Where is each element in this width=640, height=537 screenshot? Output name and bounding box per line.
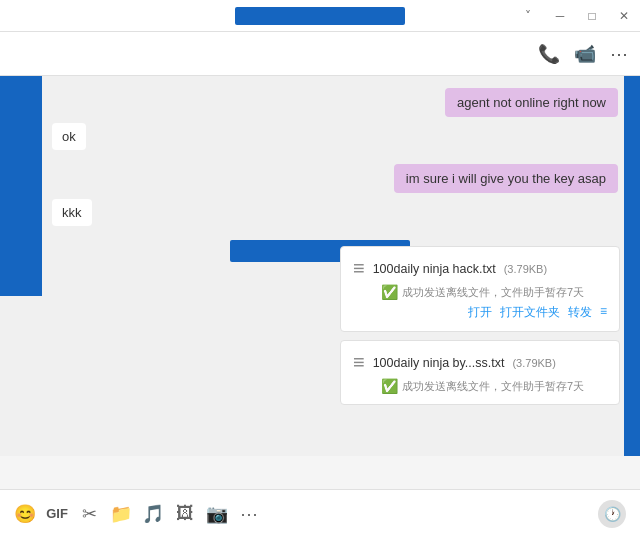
scissors-icon[interactable]: ✂	[78, 503, 100, 525]
file-name: 100daily ninja by...ss.txt	[373, 356, 505, 370]
file-open-button[interactable]: 打开	[468, 304, 492, 321]
image-icon[interactable]: 🖼	[174, 503, 196, 524]
sent-message: agent not online right now	[445, 88, 618, 117]
minimize-button[interactable]: ─	[544, 0, 576, 32]
file-status-text: 成功发送离线文件，文件助手暂存7天	[402, 379, 584, 394]
check-icon: ✅	[381, 284, 398, 300]
title-bar-contact	[235, 7, 405, 25]
message-text: agent not online right now	[457, 95, 606, 110]
received-message: ok	[52, 123, 86, 150]
chat-area: agent not online right now ok im sure i …	[0, 76, 640, 456]
file-status: ✅ 成功发送离线文件，文件助手暂存7天	[381, 378, 607, 394]
folder-icon[interactable]: 📁	[110, 503, 132, 525]
close-button[interactable]: ✕	[608, 0, 640, 32]
maximize-button[interactable]: □	[576, 0, 608, 32]
message-row: agent not online right now	[0, 88, 640, 117]
camera-icon[interactable]: 📷	[206, 503, 228, 525]
time-button[interactable]: 🕐	[598, 500, 626, 528]
message-text: kkk	[62, 205, 82, 220]
voice-call-icon[interactable]: 📞	[538, 43, 560, 65]
message-text: im sure i will give you the key asap	[406, 171, 606, 186]
file-icon: ≡	[353, 351, 365, 374]
file-card-header: ≡ 100daily ninja by...ss.txt (3.79KB)	[353, 351, 607, 374]
file-open-folder-button[interactable]: 打开文件夹	[500, 304, 560, 321]
chat-toolbar: 📞 📹 ⋯	[0, 32, 640, 76]
file-size: (3.79KB)	[504, 263, 547, 275]
file-actions: 打开 打开文件夹 转发 ≡	[353, 300, 607, 321]
bottom-toolbar: 😊 GIF ✂ 📁 🎵 🖼 📷 ⋯ 🕐	[0, 489, 640, 537]
message-row: im sure i will give you the key asap	[0, 164, 640, 193]
file-card-1: ≡ 100daily ninja hack.txt (3.79KB) ✅ 成功发…	[340, 246, 620, 332]
video-call-icon[interactable]: 📹	[574, 43, 596, 65]
check-icon: ✅	[381, 378, 398, 394]
music-icon[interactable]: 🎵	[142, 503, 164, 525]
file-name: 100daily ninja hack.txt	[373, 262, 496, 276]
file-forward-button[interactable]: 转发	[568, 304, 592, 321]
left-sidebar-block	[0, 76, 42, 296]
window-controls: ˅ ─ □ ✕	[512, 0, 640, 32]
message-row: kkk	[0, 199, 640, 234]
file-status-text: 成功发送离线文件，文件助手暂存7天	[402, 285, 584, 300]
message-row: ok	[0, 123, 640, 158]
right-sidebar-block	[624, 76, 640, 456]
file-card-2: ≡ 100daily ninja by...ss.txt (3.79KB) ✅ …	[340, 340, 620, 405]
chevron-button[interactable]: ˅	[512, 0, 544, 32]
file-more-button[interactable]: ≡	[600, 304, 607, 321]
file-icon: ≡	[353, 257, 365, 280]
received-message: kkk	[52, 199, 92, 226]
sent-message: im sure i will give you the key asap	[394, 164, 618, 193]
more-icon[interactable]: ⋯	[238, 503, 260, 525]
emoji-icon[interactable]: 😊	[14, 503, 36, 525]
more-options-icon[interactable]: ⋯	[610, 43, 628, 65]
gif-icon[interactable]: GIF	[46, 506, 68, 521]
message-text: ok	[62, 129, 76, 144]
title-bar: ˅ ─ □ ✕	[0, 0, 640, 32]
file-card-header: ≡ 100daily ninja hack.txt (3.79KB)	[353, 257, 607, 280]
file-status: ✅ 成功发送离线文件，文件助手暂存7天	[381, 284, 607, 300]
file-size: (3.79KB)	[512, 357, 555, 369]
